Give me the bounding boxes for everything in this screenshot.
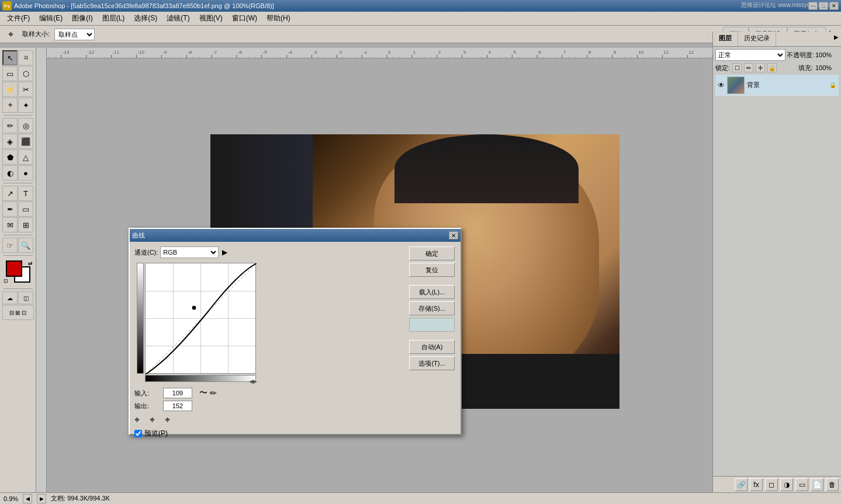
new-layer-btn[interactable]: 📄: [811, 478, 823, 491]
gradient-arrow: ◀▶: [249, 378, 257, 384]
history-brush-btn[interactable]: ◈: [2, 134, 18, 149]
curves-gradient-left: [137, 263, 144, 374]
titlebar-left: Ps Adobe Photoshop - [5ab5c9ea15ce36d3fe…: [2, 1, 274, 11]
curves-load-button[interactable]: 载入(L)...: [409, 285, 455, 299]
path-select-btn[interactable]: ↗: [2, 186, 18, 201]
layer-item[interactable]: 👁 背景 🔒: [715, 75, 839, 96]
white-point-eyedropper[interactable]: ⌖: [165, 415, 178, 427]
pen-btn[interactable]: ✒: [2, 201, 18, 217]
adjustment-layer-btn[interactable]: ◑: [780, 478, 793, 491]
magic-wand-btn[interactable]: ⚡: [2, 82, 18, 97]
delete-layer-btn[interactable]: 🗑: [826, 478, 839, 491]
svg-text:5: 5: [513, 50, 516, 55]
preview-label[interactable]: 预览(P): [144, 429, 168, 439]
tool-row-11: ✉ ⊞: [2, 217, 33, 232]
standard-mode-btn[interactable]: ☁: [2, 291, 18, 304]
shape-btn[interactable]: ▭: [18, 201, 33, 217]
dodge-btn[interactable]: ◐: [2, 165, 18, 180]
layer-thumb-image: [728, 77, 744, 93]
blur-btn[interactable]: △: [18, 150, 33, 165]
curves-reset-button[interactable]: 复位: [409, 263, 455, 277]
ruler-left-svg: [36, 48, 47, 492]
curves-auto-button[interactable]: 自动(A): [409, 340, 455, 354]
prev-nav-btn[interactable]: ◀: [23, 494, 32, 503]
lock-pixels-btn[interactable]: ✏: [744, 63, 753, 72]
burn-btn[interactable]: ●: [18, 165, 33, 180]
menu-layer[interactable]: 图层(L): [98, 12, 130, 25]
menu-help[interactable]: 帮助(H): [262, 12, 295, 25]
curves-confirm-button[interactable]: 确定: [409, 246, 455, 260]
right-panel-tabs: 图层 历史记录 ▶: [713, 32, 841, 47]
layers-tab[interactable]: 图层: [713, 32, 738, 46]
panel-collapse-icon[interactable]: ▶: [832, 32, 841, 46]
layers-toolbar: 正常 溶解 正片叠底 不透明度: 100%: [715, 49, 839, 61]
menu-file[interactable]: 文件(F): [2, 12, 34, 25]
zoom-btn[interactable]: 🔍: [18, 238, 33, 253]
menu-window[interactable]: 窗口(W): [227, 12, 262, 25]
tool-select[interactable]: 取样点 3x3 平均 5x5 平均: [54, 29, 95, 40]
eraser-btn[interactable]: ⬛: [18, 134, 33, 149]
output-value-field[interactable]: [163, 401, 192, 411]
svg-text:-5: -5: [263, 50, 268, 55]
svg-line-147: [146, 263, 257, 374]
lock-position-btn[interactable]: ✛: [756, 63, 765, 72]
svg-text:7: 7: [563, 50, 566, 55]
menu-view[interactable]: 视图(V): [195, 12, 227, 25]
crop-tool-btn[interactable]: ✂: [18, 82, 33, 97]
lock-transparent-btn[interactable]: ☐: [732, 63, 742, 72]
swap-colors-icon[interactable]: ⇄: [28, 260, 33, 266]
tool-row-12: ☞ 🔍: [2, 238, 33, 253]
type-btn[interactable]: T: [18, 186, 33, 201]
screen-mode-btn[interactable]: ⊟ ⊠ ⊡: [2, 305, 34, 320]
layer-thumbnail: [727, 77, 745, 94]
menu-filter[interactable]: 滤镜(T): [162, 12, 194, 25]
layer-visibility-icon[interactable]: 👁: [718, 81, 725, 89]
menu-select[interactable]: 选择(S): [129, 12, 162, 25]
marquee-tool-btn[interactable]: ▭: [2, 66, 18, 81]
curves-options-button[interactable]: 选项(T)...: [409, 356, 455, 370]
clone-btn[interactable]: ◎: [18, 118, 33, 133]
curves-close-button[interactable]: ✕: [449, 231, 458, 239]
opacity-value[interactable]: 100%: [815, 51, 839, 58]
input-value-field[interactable]: [163, 388, 192, 398]
curves-titlebar[interactable]: 曲线 ✕: [130, 229, 461, 242]
lasso-tool-btn[interactable]: ⬡: [18, 66, 33, 81]
add-mask-btn[interactable]: ◻: [765, 478, 778, 491]
preview-checkbox[interactable]: [134, 430, 142, 437]
quick-mask-btn[interactable]: ◫: [18, 291, 33, 304]
black-point-eyedropper[interactable]: ⌖: [134, 415, 147, 427]
curve-mode-icon[interactable]: 〜: [199, 388, 207, 398]
curves-channel-select[interactable]: RGB 红 绿 蓝: [160, 246, 219, 258]
blend-mode-select[interactable]: 正常 溶解 正片叠底: [715, 49, 785, 61]
add-style-btn[interactable]: fx: [750, 478, 763, 491]
slice-tool-btn[interactable]: ⌗: [18, 50, 33, 65]
menu-image[interactable]: 图像(I): [67, 12, 97, 25]
gradient-btn[interactable]: ⬟: [2, 150, 18, 165]
healing-btn[interactable]: ✦: [18, 98, 33, 113]
menu-edit[interactable]: 编辑(E): [34, 12, 67, 25]
hand-btn[interactable]: ☞: [2, 238, 18, 253]
input-label: 输入:: [134, 389, 161, 398]
reset-colors-icon[interactable]: ⊡: [4, 278, 8, 284]
pencil-mode-icon[interactable]: ✏: [210, 388, 217, 398]
notes-btn[interactable]: ✉: [2, 217, 18, 232]
measure-btn[interactable]: ⊞: [18, 217, 33, 232]
curves-save-button[interactable]: 存储(S)...: [409, 301, 455, 315]
pointer-tool-btn[interactable]: ↖: [2, 50, 18, 65]
curves-expand-icon[interactable]: ▶: [222, 248, 227, 256]
brush-btn[interactable]: ✏: [2, 118, 18, 133]
new-group-btn[interactable]: ▭: [795, 478, 808, 491]
curves-svg[interactable]: [146, 263, 257, 374]
close-button[interactable]: ✕: [829, 2, 839, 10]
lock-all-btn[interactable]: 🔒: [767, 63, 777, 72]
fill-value[interactable]: 100%: [815, 64, 839, 71]
eyedropper-btn[interactable]: ⌖: [2, 98, 18, 113]
toolbar: ↖ ⌗ ▭ ⬡ ⚡ ✂ ⌖ ✦ ✏ ◎ ◈ ⬛ ⬟ △ ◐ ● ↗ T ✒ ▭ …: [0, 48, 36, 492]
curves-graph[interactable]: [145, 263, 256, 374]
foreground-color-swatch[interactable]: [6, 260, 22, 277]
svg-text:-6: -6: [238, 50, 243, 55]
gray-point-eyedropper[interactable]: ⌖: [150, 415, 162, 427]
history-tab[interactable]: 历史记录: [738, 32, 776, 46]
link-layers-btn[interactable]: 🔗: [735, 478, 747, 491]
next-nav-btn[interactable]: ▶: [37, 494, 46, 503]
